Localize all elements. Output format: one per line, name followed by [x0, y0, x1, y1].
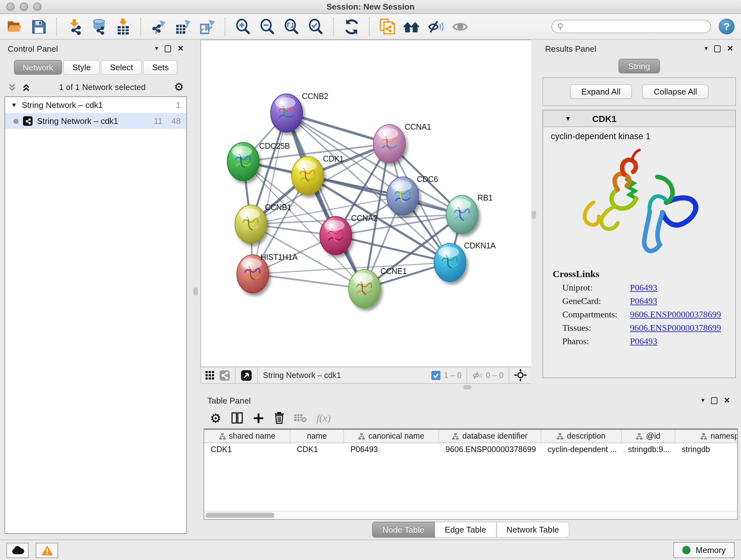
panel-close-icon[interactable]: ✕: [724, 397, 730, 403]
network-share-icon[interactable]: [219, 370, 230, 380]
expand-all-chevron-icon[interactable]: [22, 83, 30, 91]
grid-view-icon[interactable]: [205, 371, 214, 380]
tab-select[interactable]: Select: [101, 60, 142, 75]
tab-edge-table[interactable]: Edge Table: [434, 522, 496, 538]
divider-handle[interactable]: [193, 287, 198, 296]
results-panel-divider[interactable]: [531, 40, 537, 384]
warning-status-button[interactable]: [36, 543, 58, 558]
hidden-eye-icon[interactable]: [472, 371, 482, 380]
tab-sets[interactable]: Sets: [143, 60, 178, 75]
table-cell[interactable]: P06493: [344, 443, 439, 456]
delete-column-icon[interactable]: [274, 412, 285, 424]
network-options-gear-icon[interactable]: ⚙: [174, 83, 184, 91]
import-table-icon[interactable]: [115, 18, 131, 35]
collapse-all-button[interactable]: Collapse All: [643, 84, 709, 99]
save-session-icon[interactable]: [30, 18, 47, 35]
network-tree-child-row[interactable]: String Network – cdk1 11 48: [5, 113, 186, 129]
minimize-window-button[interactable]: [20, 3, 28, 11]
pan-crosshair-icon[interactable]: [515, 369, 527, 381]
entry-expand-icon[interactable]: ▼: [565, 115, 571, 122]
cloud-status-button[interactable]: [6, 543, 29, 558]
panel-float-icon[interactable]: [165, 45, 171, 52]
crosslink-link[interactable]: 9606.ENSP00000378699: [630, 310, 721, 320]
table-row[interactable]: CDK1CDK1P064939606.ENSP00000378699cyclin…: [204, 443, 737, 456]
zoom-in-icon[interactable]: [235, 18, 252, 35]
table-panel-divider[interactable]: [200, 384, 741, 391]
divider-handle[interactable]: [463, 385, 472, 389]
node-CDKN1A[interactable]: [434, 243, 466, 282]
column-header-description[interactable]: description: [541, 430, 622, 442]
show-all-icon[interactable]: [452, 18, 468, 35]
export-table-icon[interactable]: [175, 18, 192, 35]
tab-network[interactable]: Network: [14, 60, 62, 75]
tree-expand-icon[interactable]: ▼: [11, 102, 17, 109]
panel-float-icon[interactable]: [714, 45, 721, 52]
node-CCNA2[interactable]: [320, 216, 352, 255]
edge-ccnb2-ccne1[interactable]: [286, 113, 364, 289]
show-columns-icon[interactable]: [231, 412, 243, 424]
tab-string[interactable]: String: [618, 59, 660, 73]
panel-close-icon[interactable]: ✕: [727, 45, 733, 52]
control-panel-divider[interactable]: [192, 40, 200, 540]
crosslink-link[interactable]: 9606.ENSP00000378699: [630, 323, 721, 333]
birds-eye-view-icon[interactable]: [241, 369, 252, 381]
node-CCNA1[interactable]: [374, 125, 405, 163]
tab-network-table[interactable]: Network Table: [496, 522, 569, 538]
zoom-out-icon[interactable]: [259, 18, 276, 35]
panel-menu-icon[interactable]: ▾: [704, 45, 708, 52]
table-horizontal-scrollbar[interactable]: [204, 511, 737, 519]
search-box[interactable]: ⚲: [551, 20, 711, 33]
close-window-button[interactable]: [6, 3, 15, 11]
tab-node-table[interactable]: Node Table: [372, 522, 434, 538]
panel-menu-icon[interactable]: ▾: [701, 397, 704, 403]
table-cell[interactable]: stringdb: [675, 443, 738, 456]
table-cell[interactable]: stringdb:9...: [622, 443, 675, 456]
import-network-from-database-icon[interactable]: [91, 18, 107, 35]
import-network-icon[interactable]: [66, 18, 83, 35]
search-input[interactable]: [566, 21, 705, 32]
memory-button[interactable]: Memory: [673, 542, 735, 558]
hide-selected-icon[interactable]: [428, 18, 444, 35]
edge-hist1h1a-ccne1[interactable]: [253, 274, 364, 289]
column-header-name[interactable]: name: [290, 430, 344, 442]
table-cell[interactable]: cyclin-dependent ...: [541, 443, 622, 456]
maximize-window-button[interactable]: [33, 3, 42, 11]
crosslink-link[interactable]: P06493: [630, 283, 657, 293]
table-cell[interactable]: CDK1: [290, 443, 344, 456]
home-networks-icon[interactable]: [403, 18, 420, 35]
zoom-selected-icon[interactable]: [308, 18, 324, 35]
selected-checkbox-icon[interactable]: [432, 371, 441, 380]
node-CDC25B[interactable]: [227, 142, 259, 181]
node-CDC6[interactable]: [387, 177, 419, 215]
edge-cdk1-rb1[interactable]: [308, 176, 462, 214]
table-cell[interactable]: 9606.ENSP00000378699: [439, 443, 541, 456]
column-header--id[interactable]: @id: [622, 430, 675, 442]
export-image-icon[interactable]: [199, 18, 216, 35]
zoom-fit-icon[interactable]: [283, 18, 300, 35]
scrollbar-thumb[interactable]: [205, 513, 274, 518]
node-CCNB1[interactable]: [235, 205, 267, 243]
help-button[interactable]: ?: [719, 18, 735, 35]
crosslink-link[interactable]: P06493: [630, 296, 657, 307]
create-column-icon[interactable]: [253, 412, 264, 424]
column-header-namespace[interactable]: namespace: [675, 430, 738, 442]
column-header-shared-name[interactable]: shared name: [204, 430, 290, 442]
tab-style[interactable]: Style: [64, 60, 100, 75]
node-CCNB2[interactable]: [271, 94, 302, 132]
network-tree-root-row[interactable]: ▼ String Network – cdk1 1: [5, 97, 186, 113]
collapse-all-chevron-icon[interactable]: [8, 83, 17, 91]
column-header-canonical-name[interactable]: canonical name: [344, 430, 439, 442]
delete-table-icon[interactable]: [294, 413, 307, 423]
node-CDK1[interactable]: [292, 157, 324, 195]
network-canvas[interactable]: CCNB2CCNA1CDC25BCDK1CDC6RB1CCNB1CCNA2CDK…: [200, 40, 531, 367]
panel-close-icon[interactable]: ✕: [178, 45, 184, 52]
divider-handle[interactable]: [532, 211, 536, 219]
node-CCNE1[interactable]: [348, 269, 381, 308]
open-session-icon[interactable]: [6, 18, 23, 35]
panel-float-icon[interactable]: [711, 397, 718, 404]
node-RB1[interactable]: [446, 195, 478, 234]
export-network-icon[interactable]: [151, 18, 167, 35]
column-header-database-identifier[interactable]: database identifier: [439, 430, 541, 442]
table-cell[interactable]: CDK1: [204, 443, 290, 456]
function-builder-icon[interactable]: f(x): [317, 412, 331, 424]
